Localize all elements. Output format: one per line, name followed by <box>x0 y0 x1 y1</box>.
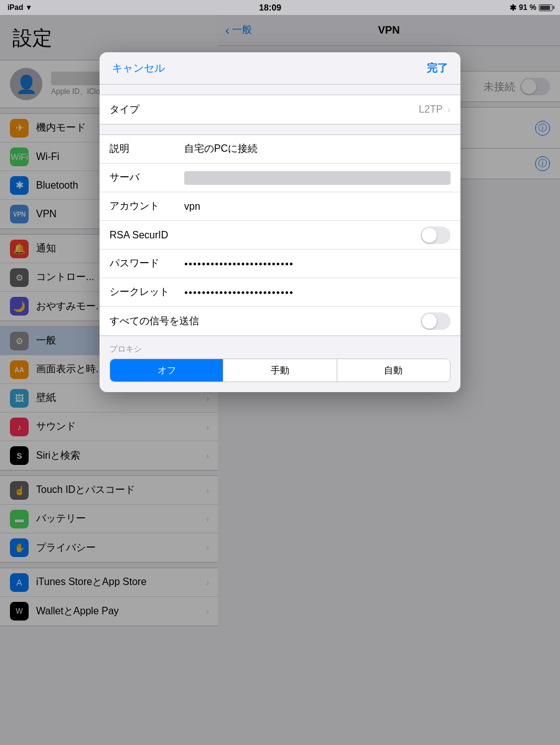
type-value-text: L2TP <box>419 104 442 115</box>
dialog-sendall-row: すべての信号を送信 <box>100 307 460 335</box>
battery-fill <box>540 6 550 10</box>
status-right: ✱ 91% <box>510 3 553 12</box>
dialog-password-row: パスワード ●●●●●●●●●●●●●●●●●●●●●●●●● <box>100 250 460 278</box>
description-label: 説明 <box>110 143 184 156</box>
rsa-toggle-knob <box>422 228 437 243</box>
sendall-label: すべての信号を送信 <box>110 315 234 328</box>
device-label: iPad <box>7 3 23 12</box>
rsa-toggle[interactable] <box>421 227 450 244</box>
proxy-manual-button[interactable]: 手動 <box>223 359 337 382</box>
dialog-fields-section: 説明 自宅のPCに接続 サーバ アカウント vpn RSA SecurID <box>100 134 460 336</box>
type-chevron: › <box>447 105 450 115</box>
proxy-off-button[interactable]: オフ <box>110 359 223 382</box>
proxy-manual-label: 手動 <box>271 365 289 377</box>
status-bar: iPad ▾ 18:09 ✱ 91% <box>0 0 560 15</box>
dialog-account-row: アカウント vpn <box>100 192 460 221</box>
sendall-toggle-container <box>421 312 450 330</box>
password-label: パスワード <box>110 257 184 270</box>
rsa-label: RSA SecurID <box>110 230 209 241</box>
proxy-section: プロキシ オフ 手動 自動 <box>100 336 460 382</box>
description-value: 自宅のPCに接続 <box>184 143 258 156</box>
server-label: サーバ <box>110 171 184 184</box>
battery-tip <box>553 6 554 9</box>
proxy-buttons: オフ 手動 自動 <box>110 358 450 382</box>
proxy-label: プロキシ <box>100 336 460 358</box>
dialog-header: キャンセル 完了 <box>100 52 460 85</box>
account-value: vpn <box>184 201 200 212</box>
rsa-toggle-container <box>421 227 450 244</box>
secret-label: シークレット <box>110 286 184 299</box>
type-label: タイプ <box>110 103 184 116</box>
account-label: アカウント <box>110 200 184 213</box>
password-dots: ●●●●●●●●●●●●●●●●●●●●●●●●● <box>184 260 294 267</box>
dialog-secret-row: シークレット ●●●●●●●●●●●●●●●●●●●●●●●●● <box>100 278 460 307</box>
bluetooth-icon: ✱ <box>510 3 516 12</box>
proxy-auto-label: 自動 <box>384 365 403 377</box>
dialog-cancel-button[interactable]: キャンセル <box>112 61 165 75</box>
secret-dots: ●●●●●●●●●●●●●●●●●●●●●●●●● <box>184 289 294 296</box>
proxy-off-label: オフ <box>157 365 176 377</box>
dialog-description-row: 説明 自宅のPCに接続 <box>100 135 460 164</box>
sendall-toggle-knob <box>422 314 437 329</box>
time-label: 18:09 <box>259 2 281 12</box>
dialog-type-row[interactable]: タイプ L2TP › <box>100 95 460 124</box>
dialog-done-button[interactable]: 完了 <box>427 61 448 75</box>
sendall-toggle[interactable] <box>421 312 450 330</box>
dialog-server-row: サーバ <box>100 164 460 192</box>
vpn-config-dialog: キャンセル 完了 タイプ L2TP › 説明 自宅のPCに接続 サーバ <box>100 52 460 392</box>
server-input[interactable] <box>184 171 450 185</box>
battery-icon <box>539 4 553 11</box>
status-left: iPad ▾ <box>7 3 30 12</box>
battery-percent: 91 <box>519 3 527 12</box>
proxy-auto-button[interactable]: 自動 <box>337 359 450 382</box>
wifi-icon: ▾ <box>27 3 30 12</box>
dialog-rsa-row: RSA SecurID <box>100 221 460 250</box>
overlay: キャンセル 完了 タイプ L2TP › 説明 自宅のPCに接続 サーバ <box>0 15 560 745</box>
dialog-type-section: タイプ L2TP › <box>100 95 460 124</box>
